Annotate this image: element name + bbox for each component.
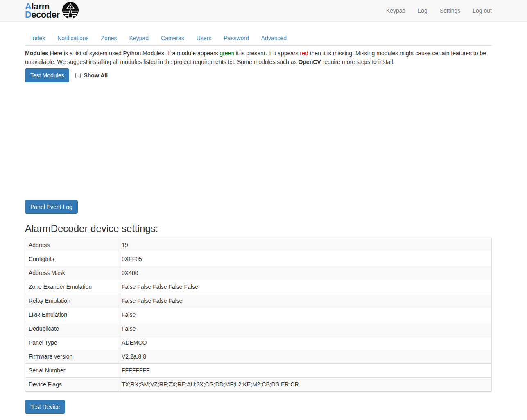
show-all-label[interactable]: Show All: [75, 72, 108, 79]
tab-cameras-link[interactable]: Cameras: [155, 31, 190, 45]
row-value: FFFFFFFF: [118, 364, 492, 378]
row-label: Device Flags: [25, 378, 118, 392]
tab-advanced-link[interactable]: Advanced: [255, 31, 293, 45]
row-value: False False False False False: [118, 280, 492, 294]
module-results-area: [25, 82, 492, 200]
test-device-button[interactable]: Test Device: [25, 400, 65, 414]
row-label: Configbits: [25, 252, 118, 266]
modules-intro-paragraph: Modules Here is a list of system used Py…: [25, 49, 492, 66]
table-row: Firmware version V2.2a.8.8: [25, 350, 492, 364]
table-row: Serial Number FFFFFFFF: [25, 364, 492, 378]
table-row: Device Flags TX;RX;SM;VZ;RF;ZX;RE;AU;3X;…: [25, 378, 492, 392]
device-settings-table: Address 19 Configbits 0XFF05 Address Mas…: [25, 238, 492, 392]
row-label: Deduplicate: [25, 322, 118, 336]
brand-wordmark: Alarm Decoder: [25, 2, 60, 19]
brand-letter-d: D: [25, 9, 31, 20]
tab-notifications[interactable]: Notifications: [51, 31, 95, 45]
show-all-label-text: Show All: [84, 72, 108, 79]
header-nav: Keypad Log Settings Log out: [380, 1, 492, 20]
test-modules-button[interactable]: Test Modules: [25, 68, 69, 82]
modules-intro-text4: require more steps to install.: [321, 59, 395, 65]
header-nav-settings[interactable]: Settings: [434, 1, 467, 20]
alarmdecoder-brand[interactable]: Alarm Decoder: [25, 2, 79, 20]
tab-users-link[interactable]: Users: [190, 31, 218, 45]
show-all-checkbox[interactable]: [75, 73, 81, 78]
tab-advanced[interactable]: Advanced: [255, 31, 293, 45]
tab-keypad[interactable]: Keypad: [123, 31, 154, 45]
header-nav-keypad[interactable]: Keypad: [380, 1, 412, 20]
header-nav-logout[interactable]: Log out: [466, 1, 492, 20]
table-row: Relay Emulation False False False False: [25, 294, 492, 308]
main-content: Index Notifications Zones Keypad Cameras…: [25, 31, 492, 414]
row-label: Firmware version: [25, 350, 118, 364]
modules-intro-opencv-bold: OpenCV: [298, 59, 321, 65]
tab-password-link[interactable]: Password: [217, 31, 255, 45]
modules-intro-bold: Modules: [25, 50, 48, 57]
alarmdecoder-logo-icon: [62, 2, 79, 20]
tab-cameras[interactable]: Cameras: [155, 31, 190, 45]
table-row: Address Mask 0X400: [25, 266, 492, 280]
modules-intro-text1: Here is a list of system used Python Mod…: [48, 50, 220, 57]
row-label: LRR Emulation: [25, 308, 118, 322]
table-row: Address 19: [25, 238, 492, 252]
panel-event-log-button[interactable]: Panel Event Log: [25, 200, 78, 214]
tab-index-link[interactable]: Index: [25, 31, 51, 45]
tab-users[interactable]: Users: [190, 31, 218, 45]
row-value: False False False False: [118, 294, 492, 308]
row-label: Address: [25, 238, 118, 252]
modules-intro-text2: it is present. If it appears: [234, 50, 300, 57]
panel-event-log-row: Panel Event Log: [25, 200, 492, 214]
row-value: TX;RX;SM;VZ;RF;ZX;RE;AU;3X;CG;DD;MF;L2;K…: [118, 378, 492, 392]
row-value: ADEMCO: [118, 336, 492, 350]
tab-notifications-link[interactable]: Notifications: [51, 31, 95, 45]
modules-intro-green-word: green: [219, 50, 234, 57]
row-label: Address Mask: [25, 266, 118, 280]
table-row: Panel Type ADEMCO: [25, 336, 492, 350]
row-label: Panel Type: [25, 336, 118, 350]
row-value: 0X400: [118, 266, 492, 280]
tab-zones-link[interactable]: Zones: [95, 31, 123, 45]
modules-intro-red-word: red: [300, 50, 308, 57]
tab-index[interactable]: Index: [25, 31, 51, 45]
row-value: False: [118, 308, 492, 322]
row-value: 19: [118, 238, 492, 252]
top-navbar: Alarm Decoder Keypad Log: [0, 0, 527, 22]
test-device-row: Test Device: [25, 400, 492, 414]
tab-keypad-link[interactable]: Keypad: [123, 31, 154, 45]
settings-tab-bar: Index Notifications Zones Keypad Cameras…: [25, 31, 492, 46]
row-value: 0XFF05: [118, 252, 492, 266]
row-label: Zone Exander Emulation: [25, 280, 118, 294]
row-value: False: [118, 322, 492, 336]
row-value: V2.2a.8.8: [118, 350, 492, 364]
modules-controls-row: Test Modules Show All: [25, 68, 492, 82]
table-row: Deduplicate False: [25, 322, 492, 336]
device-settings-heading: AlarmDecoder device settings:: [25, 223, 492, 234]
table-row: Configbits 0XFF05: [25, 252, 492, 266]
brand-word-decoder: ecoder: [31, 9, 59, 20]
header-nav-log[interactable]: Log: [412, 1, 433, 20]
table-row: Zone Exander Emulation False False False…: [25, 280, 492, 294]
table-row: LRR Emulation False: [25, 308, 492, 322]
row-label: Relay Emulation: [25, 294, 118, 308]
row-label: Serial Number: [25, 364, 118, 378]
tab-password[interactable]: Password: [217, 31, 255, 45]
tab-zones[interactable]: Zones: [95, 31, 123, 45]
